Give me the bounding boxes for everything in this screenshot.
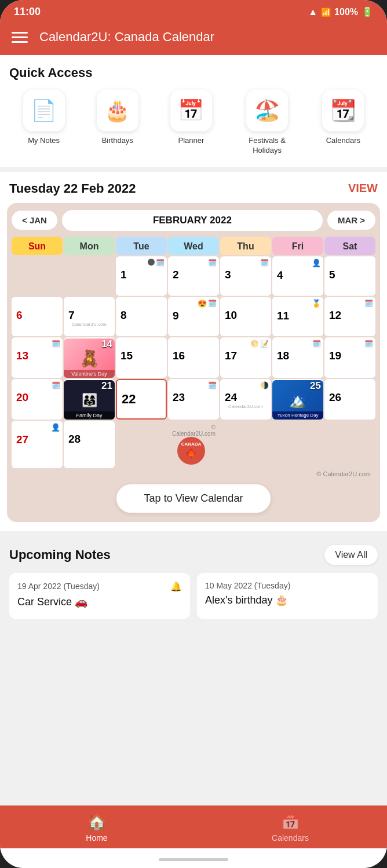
menu-button[interactable] [12,32,28,43]
quick-icon-calendars[interactable]: 📆 Calendars [322,90,364,156]
cal-cell-empty-row5-thu [220,421,271,468]
quick-icon-birthdays[interactable]: 🎂 Birthdays [97,90,138,156]
note-date-1: 19 Apr 2022 (Tuesday) [17,582,100,591]
nav-item-calendars[interactable]: 📅 Calendars [194,806,387,848]
quick-icons-row: 📄 My Notes 🎂 Birthdays 📅 Planner [9,90,378,156]
cal-cell-empty-row5-tue [116,421,167,468]
cal-cell-16[interactable]: 16 [168,337,219,378]
cal-cell-26[interactable]: 26 [324,379,375,420]
cal-num-16: 16 [169,348,218,362]
day-header-sun: Sun [12,237,63,255]
cal-cell-15[interactable]: 15 [116,337,167,378]
birthdays-icon-box: 🎂 [97,90,138,131]
cal-cell-13[interactable]: 🗓️ 13 [12,337,63,378]
quick-icon-my-notes[interactable]: 📄 My Notes [23,90,65,156]
cal-cell-14[interactable]: 🧸 14 Valentine's Day [64,337,115,378]
home-nav-label: Home [86,833,107,843]
calendars-icon: 📆 [330,98,356,123]
birthdays-label: Birthdays [102,136,133,146]
status-bar: 11:00 ▲ 📶 100% 🔋 [0,0,387,23]
cal-num-19: 19 [326,348,374,362]
day-header-mon: Mon [64,237,115,255]
cal-num-28: 28 [65,431,114,446]
my-notes-label: My Notes [28,136,60,146]
calendar-widget: < JAN FEBRUARY 2022 MAR > Sun Mon Tue We… [7,203,380,522]
view-all-button[interactable]: View All [324,545,378,565]
quick-icon-planner[interactable]: 📅 Planner [170,90,212,156]
note-card-2[interactable]: 10 May 2022 (Tuesday) Alex's birthday 🎂 [197,573,378,619]
cal-cell-4[interactable]: 👤 4 [272,256,323,296]
cal-cell-22-today[interactable]: 22 [116,379,167,420]
cal-num-9: 9 [169,308,218,322]
cal-cell-27[interactable]: 👤 27 [12,421,63,468]
cal-cell-6[interactable]: 6 [12,297,63,336]
cal-cell-28[interactable]: 28 [64,421,115,468]
wifi-icon: ▲ [308,7,317,17]
cal-cell-2[interactable]: 🗓️ 2 [168,256,219,296]
planner-icon-2: 🗓️ [208,259,217,267]
cal-num-23: 23 [169,389,218,404]
calendar-date-title: Tuesday 22 Feb 2022 [9,181,136,196]
prev-month-button[interactable]: < JAN [12,211,57,230]
cal-num-17: 17 [221,348,270,362]
cal-num-11: 11 [273,308,322,322]
cal-num-3: 3 [221,267,270,281]
cal-cell-23[interactable]: 🗓️ 23 [168,379,219,420]
battery-percent: 100% [334,7,358,17]
note-date-2: 10 May 2022 (Tuesday) [205,581,290,590]
planner-icon-1: 🗓️ [156,259,165,267]
status-right: ▲ 📶 100% 🔋 [308,6,373,17]
signal-icon: 📶 [321,8,331,17]
festivals-icon-box: 🏖️ [246,90,288,131]
month-nav: < JAN FEBRUARY 2022 MAR > [12,210,375,231]
notes-row: 19 Apr 2022 (Tuesday) 🔔 Car Service 🚗 10… [9,573,378,619]
moon-icon [148,259,155,266]
cal-cell-11[interactable]: 🥇 11 [272,297,323,336]
next-month-button[interactable]: MAR > [327,211,375,230]
cal-num-24: 24 [221,389,270,404]
cal-cell-3[interactable]: 🗓️ 3 [220,256,271,296]
cal-cell-24[interactable]: 🌗 24 Calendar2U.com [220,379,271,420]
cal-cell-18[interactable]: 🗓️ 18 [272,337,323,378]
cal-num-8: 8 [117,307,166,322]
day-header-tue: Tue [116,237,167,255]
cal-cell-1[interactable]: 🗓️ 1 [116,256,167,296]
cal-cell-10[interactable]: 10 [220,297,271,336]
calendar-header-row: Tuesday 22 Feb 2022 VIEW [0,172,387,203]
cal-cell-17[interactable]: 🌕📝 17 [220,337,271,378]
cal-num-20: 20 [13,389,61,404]
cal-cell-12[interactable]: 🗓️ 12 [324,297,375,336]
cal-cell-empty-2 [64,256,115,296]
view-button[interactable]: VIEW [348,182,378,195]
my-notes-icon: 📄 [31,98,57,123]
planner-icon-3: 🗓️ [260,259,269,267]
cal-num-22: 22 [118,391,165,407]
quick-access-section: Quick Access 📄 My Notes 🎂 Birthdays [0,55,387,167]
bottom-nav: 🏠 Home 📅 Calendars [0,806,387,848]
cal-cell-21[interactable]: 👨‍👩‍👧 21 Family Day [64,379,115,420]
cal-cell-9[interactable]: 😍🗓️ 9 [168,297,219,336]
tap-to-view-button[interactable]: Tap to View Calendar [116,484,271,513]
note-card-1[interactable]: 19 Apr 2022 (Tuesday) 🔔 Car Service 🚗 [9,573,190,619]
cal-num-27: 27 [13,432,61,446]
cal-num-18: 18 [273,348,322,362]
planner-icon-box: 📅 [170,90,212,131]
cal-cell-19[interactable]: 🗓️ 19 [324,337,375,378]
cal-cell-empty-1 [12,256,63,296]
cal-cell-25[interactable]: 🏔️ 25 Yukon Heritage Day [272,379,323,420]
nav-item-home[interactable]: 🏠 Home [0,806,194,848]
cal-num-7: 7 [65,307,114,322]
quick-icon-festivals[interactable]: 🏖️ Festivals & Holidays [244,90,290,156]
birthday-icon-4: 👤 [312,259,321,267]
festivals-label: Festivals & Holidays [244,136,290,156]
calendars-icon-box: 📆 [322,90,364,131]
cal-cell-8[interactable]: 8 [116,297,167,336]
cal-cell-7[interactable]: 7 Calendar2U.com [64,297,115,336]
day-header-wed: Wed [168,237,219,255]
cal-cell-5[interactable]: 5 [324,256,375,296]
day-header-sat: Sat [324,237,375,255]
cal-cell-20[interactable]: 🗓️ 20 [12,379,63,420]
cal-cell-empty-row5-sat [324,421,375,468]
upcoming-notes-section: Upcoming Notes View All 19 Apr 2022 (Tue… [0,536,387,626]
calendars-nav-label: Calendars [272,833,309,843]
